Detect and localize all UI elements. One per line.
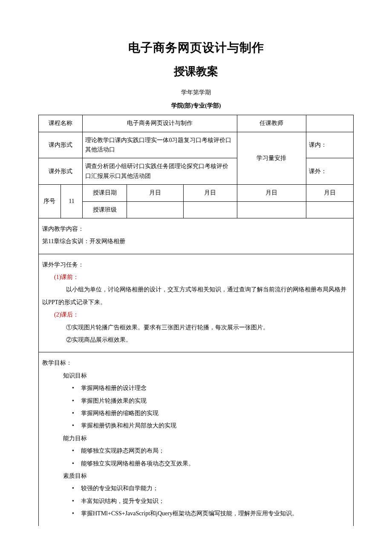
table-row: 课外形式 调查分析团小组研讨口实践任务团理论探究口考核评价口汇报展示口其他活动团…: [39, 158, 354, 185]
semester-line: 学年第学期: [38, 88, 354, 97]
knowledge-item: 掌握相册切换和相片局部放大的实现: [42, 419, 350, 432]
quality-heading: 素质目标: [42, 470, 350, 482]
value-out-class-form: 调查分析团小组研讨口实践任务团理论探究口考核评价口汇报展示口其他活动团: [83, 158, 237, 185]
value-teacher: [306, 115, 354, 132]
pre-class-body: 以小组为单位，讨论网络相册的设计，交互方式等相关知识，通过查询了解当前流行的网络…: [42, 283, 350, 308]
class-cell: [306, 201, 354, 218]
form-table: 课程名称 电子商务网页设计与制作 任课教师 课内形式 理论教学口课内实践口理实一…: [38, 115, 354, 218]
table-row: 授课班级: [39, 201, 354, 218]
knowledge-item: 掌握网络相册的设计理念: [42, 382, 350, 394]
date-cell: 月日: [183, 185, 237, 201]
quality-item: 掌握HTMl+CSS+JavaScript和jQuery框架动态网页编写技能，理…: [42, 507, 350, 520]
label-in-class-form: 课内形式: [39, 132, 83, 158]
quality-item: 较强的专业知识和自学能力；: [42, 482, 350, 494]
table-row: 序号 11 授课日期 月日 月日 月日 月日: [39, 185, 354, 201]
quality-item: 丰富知识结构，提升专业知识；: [42, 495, 350, 507]
class-cell: [183, 201, 237, 218]
value-in-class: 课内：: [306, 132, 354, 158]
date-cell: 月日: [127, 185, 183, 201]
post-class-heading: (2)课后：: [42, 308, 350, 321]
doc-title-1: 电子商务网页设计与制作: [38, 38, 354, 58]
in-content-body: 第11章综合实训：开发网络相册: [42, 235, 350, 247]
faculty-line: 学院(部)专业(学部): [38, 101, 354, 110]
label-course-name: 课程名称: [39, 115, 83, 132]
post-item-2: ②实现商品展示框效果。: [42, 334, 350, 346]
label-teacher: 任课教师: [237, 115, 306, 132]
table-row: 课内形式 理论教学口课内实践口理实一体0习题复习口考核评价口其他活动口 学习量安…: [39, 132, 354, 158]
in-content-heading: 课内教学内容：: [42, 223, 350, 235]
post-item-1: ①实现图片轮播广告框效果。要求有三张图片进行轮播，每次展示一张图片。: [42, 321, 350, 334]
ability-item: 能够独立实现网络相册各项动态交互效果。: [42, 457, 350, 470]
value-in-class-form: 理论教学口课内实践口理实一体0习题复习口考核评价口其他活动口: [83, 132, 237, 158]
label-out-class-form: 课外形式: [39, 158, 83, 185]
class-cell: [237, 201, 306, 218]
ability-item: 能够独立实现静态网页的布局；: [42, 445, 350, 457]
value-course-name: 电子商务网页设计与制作: [83, 115, 237, 132]
value-out-class: 课外：: [306, 158, 354, 185]
value-seq: 11: [61, 185, 83, 218]
class-cell: [127, 201, 183, 218]
label-study-arrange: 学习量安排: [237, 132, 306, 185]
doc-title-2: 授课教案: [38, 63, 354, 81]
label-teach-class: 授课班级: [83, 201, 127, 218]
goal-heading: 教学目标：: [42, 357, 350, 369]
out-task-heading: 课外学习任务：: [42, 259, 350, 271]
table-row: 课程名称 电子商务网页设计与制作 任课教师: [39, 115, 354, 132]
date-cell: 月日: [306, 185, 354, 201]
label-teach-date: 授课日期: [83, 185, 127, 201]
pre-class-heading: (1)课前：: [42, 271, 350, 283]
knowledge-item: 掌握图片轮播效果的实现: [42, 395, 350, 407]
goal-box: 教学目标： 知识目标 掌握网络相册的设计理念 掌握图片轮播效果的实现 掌握网络相…: [38, 352, 354, 526]
knowledge-item: 掌握网络相册的缩略图的实现: [42, 407, 350, 419]
ability-heading: 能力目标: [42, 432, 350, 445]
label-seq: 序号: [39, 185, 61, 218]
out-task-box: 课外学习任务： (1)课前： 以小组为单位，讨论网络相册的设计，交互方式等相关知…: [38, 254, 354, 353]
knowledge-heading: 知识目标: [42, 369, 350, 382]
date-cell: 月日: [237, 185, 306, 201]
in-class-content-box: 课内教学内容： 第11章综合实训：开发网络相册: [38, 218, 354, 254]
